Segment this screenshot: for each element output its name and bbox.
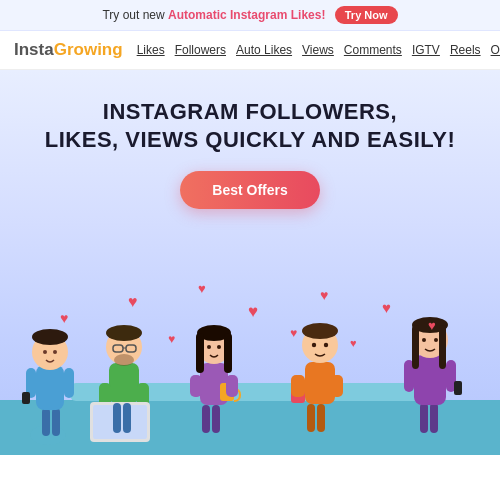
nav-links: LikesFollowersAuto LikesViewsCommentsIGT…	[137, 43, 500, 57]
nav-link-comments[interactable]: Comments	[344, 43, 402, 57]
svg-point-13	[53, 350, 57, 354]
svg-point-11	[32, 329, 68, 345]
nav-link-auto-likes[interactable]: Auto Likes	[236, 43, 292, 57]
svg-text:♥: ♥	[168, 332, 175, 346]
try-now-button[interactable]: Try Now	[335, 6, 398, 24]
svg-rect-8	[64, 368, 74, 398]
svg-point-43	[324, 343, 328, 347]
svg-rect-49	[420, 403, 428, 433]
nav-link-likes[interactable]: Likes	[137, 43, 165, 57]
top-banner: Try out new Automatic Instagram Likes! T…	[0, 0, 500, 31]
svg-text:♥: ♥	[320, 287, 328, 303]
svg-text:♥: ♥	[198, 281, 206, 296]
banner-text: Try out new	[102, 8, 168, 22]
svg-text:♥: ♥	[248, 302, 258, 321]
svg-point-32	[207, 345, 211, 349]
svg-rect-39	[305, 362, 335, 404]
svg-point-33	[217, 345, 221, 349]
scene-illustration: ♥ ♥ ♥ ♥ ♥ ♥ ♥ ♥ ♥ ♥	[0, 235, 500, 455]
svg-rect-14	[109, 363, 139, 403]
svg-point-16	[106, 325, 142, 341]
nav-link-reels[interactable]: Reels	[450, 43, 481, 57]
svg-rect-50	[430, 403, 438, 433]
nav-link-followers[interactable]: Followers	[175, 43, 226, 57]
svg-rect-35	[190, 375, 202, 397]
svg-rect-5	[52, 408, 60, 436]
navbar: InstaGrowing LikesFollowersAuto LikesVie…	[0, 31, 500, 70]
svg-rect-26	[123, 403, 131, 433]
svg-rect-45	[291, 375, 305, 397]
svg-text:♥: ♥	[350, 337, 357, 349]
svg-rect-36	[226, 375, 238, 397]
svg-text:♥: ♥	[290, 326, 297, 340]
logo[interactable]: InstaGrowing	[14, 40, 123, 60]
svg-rect-4	[42, 408, 50, 436]
svg-point-20	[114, 354, 134, 366]
svg-point-12	[43, 350, 47, 354]
svg-rect-47	[307, 404, 315, 432]
hero-title-line2: LIKES, VIEWS QUICKLY AND EASILY!	[45, 127, 455, 152]
svg-rect-46	[331, 375, 343, 397]
svg-rect-54	[454, 381, 462, 395]
svg-rect-31	[224, 333, 232, 373]
svg-text:♥: ♥	[428, 318, 436, 333]
svg-rect-58	[439, 325, 446, 369]
svg-text:♥: ♥	[382, 299, 391, 316]
svg-rect-6	[36, 365, 64, 410]
hero-section: INSTAGRAM FOLLOWERS, LIKES, VIEWS QUICKL…	[0, 70, 500, 455]
logo-insta: Insta	[14, 40, 54, 59]
svg-rect-37	[202, 405, 210, 433]
svg-text:♥: ♥	[60, 310, 68, 326]
svg-point-41	[302, 323, 338, 339]
svg-rect-25	[113, 403, 121, 433]
svg-rect-48	[317, 404, 325, 432]
logo-growing: Growing	[54, 40, 123, 59]
nav-link-views[interactable]: Views	[302, 43, 334, 57]
hero-title: INSTAGRAM FOLLOWERS, LIKES, VIEWS QUICKL…	[20, 98, 480, 153]
hero-title-line1: INSTAGRAM FOLLOWERS,	[103, 99, 397, 124]
svg-rect-9	[22, 392, 30, 404]
nav-link-igtv[interactable]: IGTV	[412, 43, 440, 57]
svg-point-59	[422, 338, 426, 342]
svg-point-42	[312, 343, 316, 347]
svg-rect-57	[412, 325, 419, 369]
svg-rect-30	[196, 333, 204, 373]
nav-link-other[interactable]: Other	[491, 43, 500, 57]
svg-rect-38	[212, 405, 220, 433]
svg-point-60	[434, 338, 438, 342]
svg-text:♥: ♥	[128, 293, 138, 310]
banner-highlight[interactable]: Automatic Instagram Likes!	[168, 8, 325, 22]
best-offers-button[interactable]: Best Offers	[180, 171, 319, 209]
